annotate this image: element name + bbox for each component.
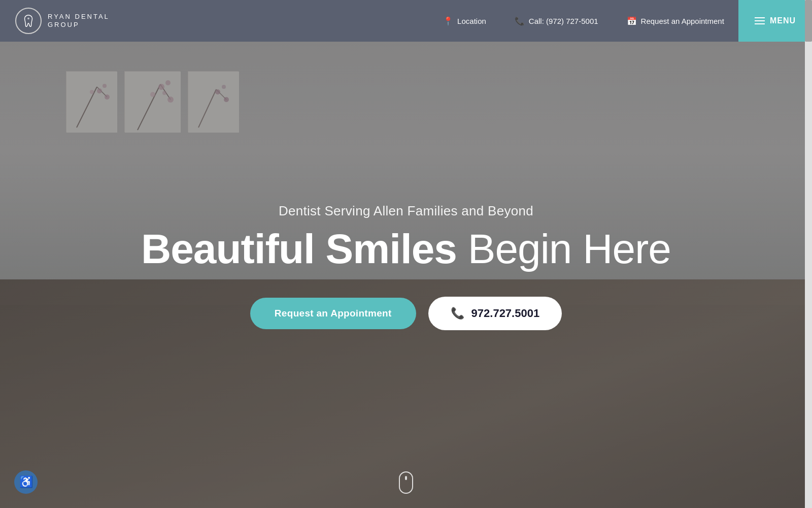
phone-icon: 📞 [515, 16, 525, 26]
phone-cta-button[interactable]: 📞 972.727.5001 [428, 297, 562, 330]
hero-content: Dentist Serving Allen Families and Beyon… [0, 0, 812, 508]
site-header: RYAN DENTAL GROUP 📍 Location 📞 Call: (97… [0, 0, 812, 42]
scrollbar-track[interactable] [805, 0, 812, 508]
svg-point-0 [27, 17, 29, 19]
calendar-icon: 📅 [627, 16, 637, 26]
mouse-icon [399, 471, 413, 494]
hamburger-icon [755, 17, 765, 24]
hero-subtitle: Dentist Serving Allen Families and Beyon… [279, 203, 533, 219]
call-label: Call: (972) 727-5001 [529, 17, 598, 25]
hero-section: Dentist Serving Allen Families and Beyon… [0, 0, 812, 508]
hero-title-light: Begin Here [457, 226, 671, 272]
logo-link[interactable]: RYAN DENTAL GROUP [15, 8, 110, 34]
mouse-dot [405, 476, 407, 480]
hero-buttons: Request an Appointment 📞 972.727.5001 [250, 297, 562, 330]
location-link[interactable]: 📍 Location [429, 0, 500, 42]
menu-label: MENU [770, 16, 796, 25]
scroll-indicator [399, 471, 413, 494]
hero-title: Beautiful Smiles Begin Here [141, 227, 671, 271]
phone-link[interactable]: 📞 Call: (972) 727-5001 [500, 0, 613, 42]
phone-cta-icon: 📞 [451, 307, 464, 320]
location-icon: 📍 [443, 16, 453, 26]
logo-text: RYAN DENTAL GROUP [48, 13, 110, 28]
tooth-icon [21, 13, 36, 28]
logo-name-line1: RYAN DENTAL [48, 13, 110, 21]
menu-button[interactable]: MENU [738, 0, 812, 42]
appointment-header-label: Request an Appointment [641, 17, 724, 25]
scrollbar-thumb[interactable] [805, 0, 812, 42]
location-label: Location [457, 17, 486, 25]
accessibility-icon: ♿ [19, 475, 33, 489]
logo-icon [15, 8, 42, 34]
phone-cta-number: 972.727.5001 [471, 307, 540, 320]
logo-name-line2: GROUP [48, 21, 110, 29]
header-nav: 📍 Location 📞 Call: (972) 727-5001 📅 Requ… [429, 0, 812, 42]
appointment-cta-button[interactable]: Request an Appointment [250, 298, 416, 329]
hero-title-bold: Beautiful Smiles [141, 226, 457, 272]
appointment-header-link[interactable]: 📅 Request an Appointment [613, 0, 738, 42]
accessibility-button[interactable]: ♿ [14, 470, 38, 494]
